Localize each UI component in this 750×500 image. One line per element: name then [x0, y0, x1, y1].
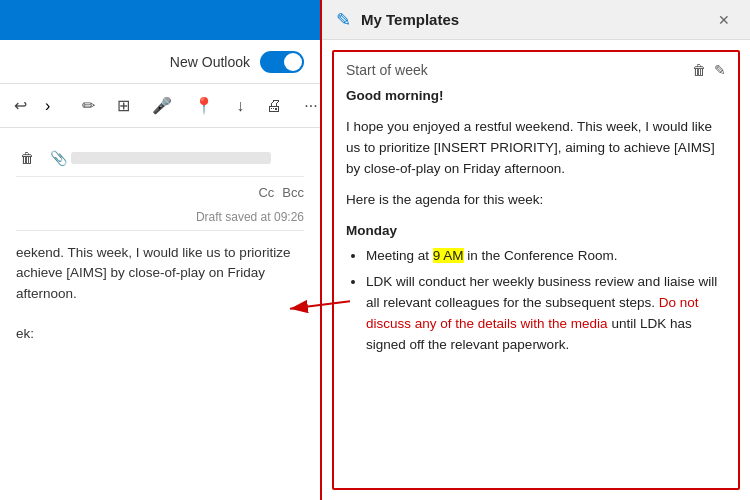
format-icon[interactable]: ✏	[78, 92, 99, 119]
print-icon[interactable]: 🖨	[262, 93, 286, 119]
template-bullets: Meeting at 9 AM in the Conference Room. …	[346, 246, 726, 357]
red-arrow	[270, 290, 370, 320]
template-bullet-1: Meeting at 9 AM in the Conference Room.	[366, 246, 726, 267]
template-para1: I hope you enjoyed a restful weekend. Th…	[346, 117, 726, 180]
to-row: 🗑 📎	[16, 140, 304, 177]
svg-line-1	[290, 301, 350, 309]
pin-icon[interactable]: 📍	[190, 92, 218, 119]
compose-toolbar: ↩ › ✏ ⊞ 🎤 📍 ↓ 🖨 ···	[0, 84, 320, 128]
table-icon[interactable]: ⊞	[113, 92, 134, 119]
compose-body[interactable]: eekend. This week, I would like us to pr…	[16, 243, 304, 344]
draft-saved-status: Draft saved at 09:26	[16, 204, 304, 231]
cc-bcc-row: Cc Bcc	[16, 181, 304, 204]
templates-header-icon: ✎	[336, 9, 351, 31]
cc-button[interactable]: Cc	[258, 185, 274, 200]
templates-panel: ✎ My Templates ✕ Start of week 🗑 ✎ Good …	[320, 0, 750, 500]
recipient-blurred	[71, 152, 271, 164]
template-card-header: Start of week 🗑 ✎	[346, 62, 726, 78]
templates-header: ✎ My Templates ✕	[322, 0, 750, 40]
template-card-title: Start of week	[346, 62, 428, 78]
template-day: Monday	[346, 221, 726, 242]
delete-draft-icon[interactable]: 🗑	[16, 146, 38, 170]
template-para2: Here is the agenda for this week:	[346, 190, 726, 211]
more-icon[interactable]: ···	[300, 93, 321, 119]
new-outlook-toggle[interactable]	[260, 51, 304, 73]
highlight-9am: 9 AM	[433, 248, 464, 263]
new-outlook-label: New Outlook	[170, 54, 250, 70]
attach-icon[interactable]: 📎	[46, 146, 71, 170]
bcc-button[interactable]: Bcc	[282, 185, 304, 200]
templates-title: My Templates	[361, 11, 702, 28]
templates-close-button[interactable]: ✕	[712, 10, 736, 30]
mic-icon[interactable]: 🎤	[148, 92, 176, 119]
template-bullet-2: LDK will conduct her weekly business rev…	[366, 272, 726, 356]
template-content: Good morning! I hope you enjoyed a restf…	[346, 86, 726, 356]
template-edit-button[interactable]: ✎	[714, 62, 726, 78]
new-outlook-bar: New Outlook	[0, 40, 320, 84]
toggle-knob	[284, 53, 302, 71]
template-greeting: Good morning!	[346, 86, 726, 107]
down-icon[interactable]: ↓	[232, 93, 248, 119]
template-delete-button[interactable]: 🗑	[692, 62, 706, 78]
template-card: Start of week 🗑 ✎ Good morning! I hope y…	[332, 50, 740, 490]
undo-icon[interactable]: ↩	[10, 92, 31, 119]
template-card-actions: 🗑 ✎	[692, 62, 726, 78]
